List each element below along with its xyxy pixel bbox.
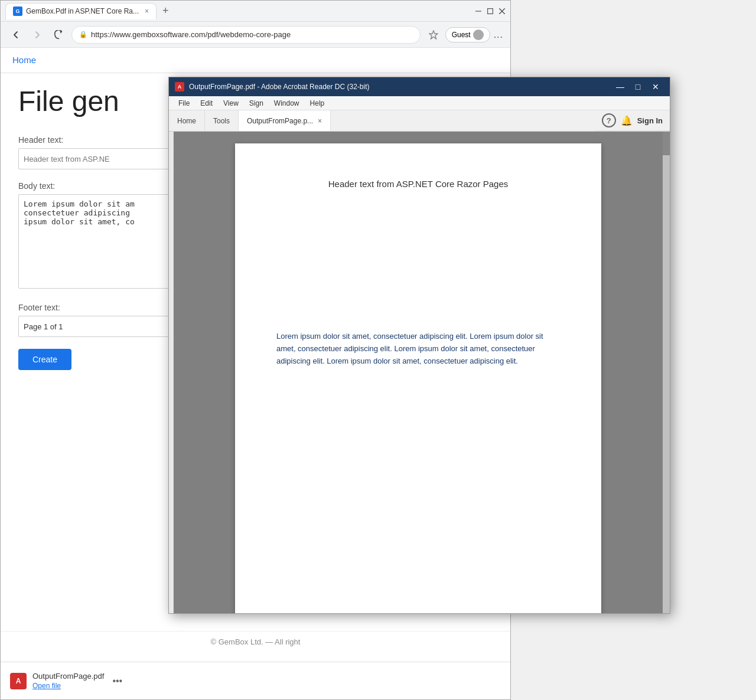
acrobat-app-icon: A [175,82,184,91]
reload-button[interactable] [50,27,67,43]
browser-minimize-button[interactable] [475,8,482,15]
acrobat-scrollbar-thumb[interactable] [663,132,670,155]
page-nav: Home [1,48,510,73]
tabbar-spacer [331,110,595,131]
browser-tab-close[interactable]: × [145,7,149,15]
acrobat-title: OutputFromPage.pdf - Adobe Acrobat Reade… [189,83,607,91]
browser-close-button[interactable] [498,8,506,15]
pdf-body-text: Lorem ipsum dolor sit amet, consectetuer… [276,331,560,367]
menu-edit[interactable]: Edit [195,98,217,109]
download-bar: A OutputFromPage.pdf Open file ••• [1,662,510,699]
create-button[interactable]: Create [18,349,71,370]
home-link[interactable]: Home [12,55,36,65]
nav-right-controls: Guest ... [425,27,503,43]
help-button[interactable]: ? [602,113,616,127]
menu-view[interactable]: View [219,98,243,109]
header-text-input[interactable] [18,148,178,169]
acrobat-toolbar: ? 🔔 Sign In [595,110,670,131]
footer-text-input[interactable] [18,316,178,337]
download-file-icon: A [10,673,27,689]
tab-tools[interactable]: Tools [205,110,239,131]
forward-button[interactable] [29,27,45,43]
browser-navbar: 🔒 https://www.gemboxsoftware.com/pdf/web… [1,22,510,48]
menu-sign[interactable]: Sign [245,98,268,109]
ssl-lock-icon: 🔒 [79,31,87,38]
browser-window-controls [475,8,506,15]
browser-tab-favicon: G [13,6,22,16]
page-footer: © GemBox Ltd. — All right [1,631,510,652]
download-more-button[interactable]: ••• [112,676,122,686]
menu-window[interactable]: Window [269,98,304,109]
acrobat-close-button[interactable]: ✕ [647,78,664,95]
tab-home[interactable]: Home [169,110,205,131]
browser-titlebar: G GemBox.Pdf in ASP.NET Core Ra... × + [1,1,510,22]
tab-file[interactable]: OutputFromPage.p... × [239,110,331,131]
acrobat-maximize-button[interactable]: □ [630,78,646,95]
acrobat-minimize-button[interactable]: — [612,78,628,95]
new-tab-button[interactable]: + [159,5,172,17]
sign-in-button[interactable]: Sign In [637,116,663,125]
guest-avatar [473,30,484,40]
acrobat-scrollbar[interactable] [663,132,670,613]
pdf-header-text: Header text from ASP.NET Core Razor Page… [276,179,560,189]
download-info: OutputFromPage.pdf Open file [32,672,104,690]
acrobat-tabbar: Home Tools OutputFromPage.p... × ? 🔔 Sig… [169,110,670,132]
open-file-link[interactable]: Open file [32,682,104,690]
browser-tab-active[interactable]: G GemBox.Pdf in ASP.NET Core Ra... × [5,3,157,19]
tab-file-close[interactable]: × [318,117,322,125]
guest-profile-button[interactable]: Guest [445,27,490,42]
acrobat-sidebar [169,132,174,613]
acrobat-body: Header text from ASP.NET Core Razor Page… [169,132,670,613]
menu-help[interactable]: Help [305,98,330,109]
notifications-bell-icon[interactable]: 🔔 [621,115,633,126]
more-options-button[interactable]: ... [494,30,503,40]
body-text-input[interactable]: Lorem ipsum dolor sit am consectetuer ad… [18,194,178,289]
svg-marker-4 [429,31,438,39]
download-filename: OutputFromPage.pdf [32,672,104,681]
browser-maximize-button[interactable] [487,8,494,15]
address-url: https://www.gemboxsoftware.com/pdf/webde… [91,30,291,39]
bookmark-button[interactable] [425,27,442,43]
acrobat-titlebar: A OutputFromPage.pdf - Adobe Acrobat Rea… [169,77,670,96]
menu-file[interactable]: File [174,98,194,109]
acrobat-window: A OutputFromPage.pdf - Adobe Acrobat Rea… [168,77,670,614]
acrobat-window-controls: — □ ✕ [612,78,664,95]
browser-tab-title: GemBox.Pdf in ASP.NET Core Ra... [26,7,139,15]
address-bar[interactable]: 🔒 https://www.gemboxsoftware.com/pdf/web… [71,26,421,44]
svg-rect-1 [488,8,493,14]
pdf-page: Header text from ASP.NET Core Razor Page… [235,143,601,613]
acrobat-menubar: File Edit View Sign Window Help [169,96,670,110]
guest-label: Guest [452,31,471,39]
acrobat-viewport[interactable]: Header text from ASP.NET Core Razor Page… [174,132,663,613]
back-button[interactable] [8,27,24,43]
